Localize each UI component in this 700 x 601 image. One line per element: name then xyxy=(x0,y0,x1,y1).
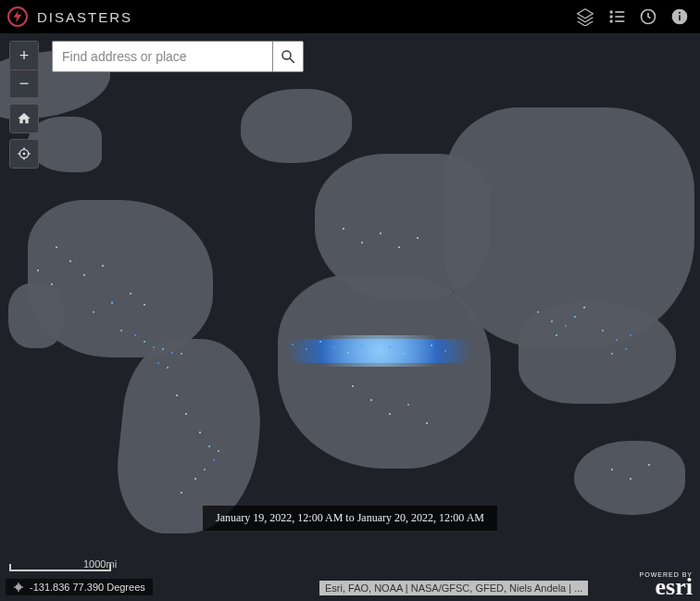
esri-logo: POWERED BY esri xyxy=(640,571,693,597)
legend-button[interactable] xyxy=(604,4,630,30)
zoom-out-button[interactable]: − xyxy=(10,69,38,97)
time-range-label: January 19, 2022, 12:00 AM to January 20… xyxy=(203,506,497,531)
header-tools xyxy=(572,4,693,30)
zoom-in-button[interactable]: + xyxy=(10,42,38,69)
search xyxy=(52,41,304,72)
home-button[interactable] xyxy=(10,105,38,132)
coordinates-text: -131.836 77.390 Degrees xyxy=(30,582,145,593)
esri-brand: esri xyxy=(640,578,693,597)
map-tools: + − xyxy=(9,41,39,169)
svg-point-4 xyxy=(610,19,613,22)
home-group xyxy=(9,104,39,133)
scale-bar: 1000mi xyxy=(9,564,111,573)
logo-icon xyxy=(7,6,28,27)
app-title: DISASTERS xyxy=(37,9,132,25)
coordinates[interactable]: -131.836 77.390 Degrees xyxy=(6,579,153,595)
svg-rect-8 xyxy=(679,15,681,20)
locate-group xyxy=(9,139,39,169)
svg-rect-5 xyxy=(615,20,624,22)
svg-rect-3 xyxy=(615,16,624,18)
svg-point-12 xyxy=(282,51,291,59)
info-button[interactable] xyxy=(667,4,693,30)
layers-button[interactable] xyxy=(572,4,598,30)
svg-point-0 xyxy=(610,10,613,13)
svg-point-9 xyxy=(679,12,681,14)
svg-point-11 xyxy=(23,153,24,154)
time-button[interactable] xyxy=(635,4,661,30)
attribution[interactable]: Esri, FAO, NOAA | NASA/GFSC, GFED, Niels… xyxy=(319,581,588,595)
svg-point-2 xyxy=(610,15,613,18)
svg-rect-1 xyxy=(615,11,624,13)
scale-label: 1000mi xyxy=(83,558,117,570)
crosshair-icon xyxy=(13,582,24,593)
app-header: DISASTERS xyxy=(0,0,700,33)
zoom-group: + − xyxy=(9,41,39,98)
search-input[interactable] xyxy=(52,41,272,72)
locate-button[interactable] xyxy=(10,140,38,168)
search-button[interactable] xyxy=(272,41,304,72)
